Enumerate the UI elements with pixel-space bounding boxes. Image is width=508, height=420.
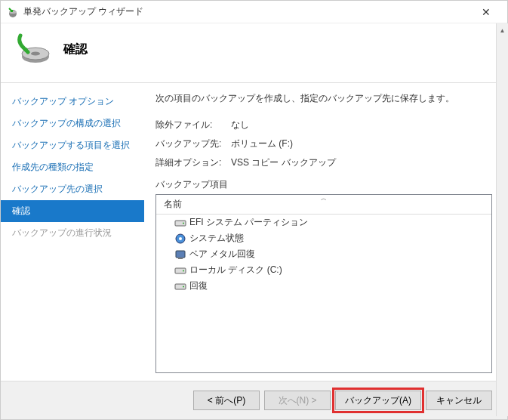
backup-items-list[interactable]: 名前 ︿ EFI システム パーティション システム状態 ベア メタル回復	[155, 194, 492, 373]
info-value: なし	[231, 119, 492, 131]
list-header-text: 名前	[164, 199, 182, 209]
wizard-body: バックアップ オプション バックアップの構成の選択 バックアップする項目を選択 …	[1, 83, 507, 381]
list-item-label: EFI システム パーティション	[189, 216, 308, 229]
sidebar-item-dest-select[interactable]: バックアップ先の選択	[1, 178, 144, 200]
bare-metal-icon	[174, 249, 186, 261]
wizard-header: 確認	[1, 23, 507, 83]
list-item[interactable]: ベア メタル回復	[156, 246, 491, 262]
svg-point-4	[31, 52, 40, 56]
prev-button[interactable]: < 前へ(P)	[193, 391, 260, 410]
drive-icon	[174, 280, 186, 292]
backup-button[interactable]: バックアップ(A)	[335, 391, 421, 410]
sidebar-item-items-select[interactable]: バックアップする項目を選択	[1, 134, 144, 156]
list-item[interactable]: 回復	[156, 278, 491, 294]
list-header-name[interactable]: 名前 ︿	[156, 195, 491, 214]
titlebar: 単発バックアップ ウィザード ✕	[1, 1, 507, 23]
wizard-steps-sidebar: バックアップ オプション バックアップの構成の選択 バックアップする項目を選択 …	[1, 83, 144, 381]
list-item-label: 回復	[189, 279, 208, 292]
svg-rect-10	[178, 258, 183, 259]
info-label: バックアップ先:	[155, 137, 231, 150]
system-state-icon	[174, 233, 186, 245]
sort-arrow-icon: ︿	[321, 194, 327, 202]
backup-items-label: バックアップ項目	[155, 178, 492, 191]
svg-point-6	[183, 222, 184, 224]
svg-point-12	[183, 270, 184, 271]
window-title: 単発バックアップ ウィザード	[23, 5, 471, 18]
drive-icon	[174, 264, 186, 276]
cancel-button[interactable]: キャンセル	[426, 391, 492, 410]
info-row-advanced: 詳細オプション: VSS コピー バックアップ	[155, 156, 492, 169]
outer-scrollbar[interactable]: ▲	[496, 23, 508, 416]
info-row-destination: バックアップ先: ボリューム (F:)	[155, 137, 492, 150]
wizard-footer: < 前へ(P) 次へ(N) > バックアップ(A) キャンセル	[1, 381, 507, 419]
info-value: VSS コピー バックアップ	[231, 156, 492, 169]
svg-rect-9	[176, 251, 185, 258]
page-title: 確認	[63, 42, 88, 57]
list-item[interactable]: ローカル ディスク (C:)	[156, 262, 491, 278]
sidebar-item-progress: バックアップの進行状況	[1, 222, 144, 244]
info-row-exclude: 除外ファイル: なし	[155, 119, 492, 131]
list-item-label: システム状態	[189, 232, 244, 245]
app-icon	[7, 6, 19, 18]
wizard-icon	[16, 31, 52, 67]
drive-icon	[174, 217, 186, 229]
next-button: 次へ(N) >	[264, 391, 331, 410]
description-text: 次の項目のバックアップを作成し、指定のバックアップ先に保存します。	[155, 92, 492, 105]
info-label: 除外ファイル:	[155, 119, 231, 131]
close-button[interactable]: ✕	[471, 2, 501, 23]
sidebar-item-backup-options[interactable]: バックアップ オプション	[1, 91, 144, 113]
svg-point-14	[183, 286, 184, 287]
svg-point-8	[179, 237, 182, 240]
content-pane: 次の項目のバックアップを作成し、指定のバックアップ先に保存します。 除外ファイル…	[144, 83, 507, 381]
scroll-up-icon[interactable]: ▲	[497, 23, 508, 37]
info-label: 詳細オプション:	[155, 156, 231, 169]
sidebar-item-confirm[interactable]: 確認	[1, 200, 144, 222]
info-value: ボリューム (F:)	[231, 137, 492, 150]
list-item[interactable]: EFI システム パーティション	[156, 215, 491, 230]
list-header[interactable]: 名前 ︿	[156, 195, 491, 215]
list-item[interactable]: システム状態	[156, 230, 491, 246]
wizard-window: 単発バックアップ ウィザード ✕ 確認 バックアップ オプション バックアップの…	[0, 0, 508, 420]
sidebar-item-dest-type[interactable]: 作成先の種類の指定	[1, 156, 144, 178]
list-item-label: ベア メタル回復	[189, 248, 255, 261]
list-item-label: ローカル ディスク (C:)	[189, 264, 282, 276]
sidebar-item-config-select[interactable]: バックアップの構成の選択	[1, 113, 144, 134]
